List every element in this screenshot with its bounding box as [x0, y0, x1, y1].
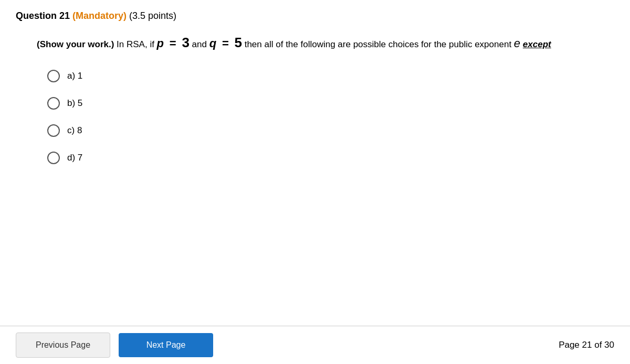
instruction-text: In RSA, if: [117, 39, 157, 49]
question-number: Question 21: [16, 10, 70, 21]
page-info: Page 21 of 30: [559, 340, 614, 350]
e-variable: e: [514, 37, 520, 50]
option-a[interactable]: a) 1: [47, 70, 614, 82]
question-body: (Show your work.) In RSA, if p = 3 and q…: [16, 32, 614, 54]
radio-b[interactable]: [47, 97, 60, 110]
next-page-button[interactable]: Next Page: [119, 333, 213, 357]
previous-page-button[interactable]: Previous Page: [16, 333, 110, 358]
mandatory-label: (Mandatory): [72, 10, 127, 21]
radio-d[interactable]: [47, 152, 60, 164]
options-container: a) 1 b) 5 c) 8 d) 7: [16, 70, 614, 343]
radio-a[interactable]: [47, 70, 60, 82]
option-d-label: d) 7: [67, 153, 82, 163]
p-variable: p: [157, 37, 164, 50]
equals2: =: [222, 37, 229, 50]
option-b[interactable]: b) 5: [47, 97, 614, 110]
points-label: (3.5 points): [129, 10, 176, 21]
option-c-label: c) 8: [67, 125, 82, 136]
question-header: Question 21 (Mandatory) (3.5 points): [16, 10, 614, 22]
option-c[interactable]: c) 8: [47, 124, 614, 137]
footer: Previous Page Next Page Page 21 of 30: [0, 326, 630, 364]
q-variable: q: [209, 37, 216, 50]
option-d[interactable]: d) 7: [47, 152, 614, 164]
and-text: and: [192, 39, 207, 49]
radio-c[interactable]: [47, 124, 60, 137]
option-b-label: b) 5: [67, 98, 82, 109]
p-value: 3: [182, 35, 189, 50]
equals1: =: [170, 37, 176, 50]
except-text: except: [523, 39, 551, 49]
rest-text: then all of the following are possible c…: [245, 39, 511, 49]
q-value: 5: [234, 35, 242, 50]
option-a-label: a) 1: [67, 71, 82, 81]
page-container: Question 21 (Mandatory) (3.5 points) (Sh…: [0, 0, 630, 364]
instruction-bold: (Show your work.): [37, 39, 114, 49]
